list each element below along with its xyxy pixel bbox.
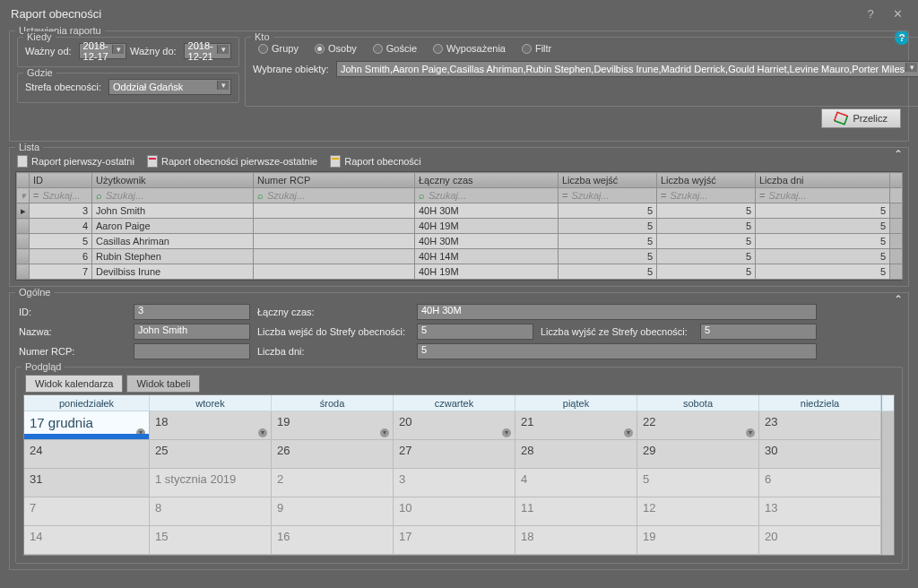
filter-user[interactable]: ⌕Szukaj... <box>92 188 254 203</box>
chevron-down-icon[interactable]: ▾ <box>624 428 633 437</box>
valid-to-input[interactable]: 2018-12-21 <box>184 43 231 59</box>
radio-wyposazenia[interactable]: Wyposażenia <box>433 43 506 54</box>
calendar-scrollbar[interactable] <box>881 395 894 411</box>
report-presence-first-last[interactable]: Raport obecności pierwsze-ostatnie <box>147 155 317 168</box>
calendar-scrollbar[interactable] <box>881 440 894 469</box>
table-row[interactable]: 6Rubin Stephen40H 14M555 <box>17 249 903 264</box>
calendar-day[interactable]: 20 <box>759 526 881 555</box>
calendar-day[interactable]: 1 stycznia 2019 <box>150 469 272 497</box>
filter-in[interactable]: =Szukaj... <box>559 188 657 203</box>
help-button[interactable]: ? <box>857 7 884 21</box>
close-button[interactable]: ✕ <box>884 7 911 21</box>
calendar-day[interactable]: 16 <box>272 526 394 555</box>
calendar-scrollbar[interactable] <box>881 497 894 526</box>
calendar-day[interactable]: 17 grudnia▾ <box>24 411 150 440</box>
calendar-day[interactable]: 22▾ <box>637 411 759 440</box>
calendar-day[interactable]: 18▾ <box>150 411 272 440</box>
zone-select[interactable]: Oddział Gdańsk <box>108 79 231 95</box>
calendar-day[interactable]: 23 <box>759 411 881 440</box>
filter-days[interactable]: =Szukaj... <box>756 188 890 203</box>
row-indicator: ▸ <box>17 203 30 219</box>
calendar-day[interactable]: 2 <box>272 469 394 497</box>
cell-in: 5 <box>559 264 657 280</box>
general-collapse-icon[interactable]: ⌃ <box>894 293 903 306</box>
tab-table-view[interactable]: Widok tabeli <box>126 375 200 393</box>
calendar-scrollbar[interactable] <box>881 526 894 555</box>
calendar-day[interactable]: 30 <box>759 440 881 469</box>
col-in[interactable]: Liczba wejść <box>559 173 657 188</box>
tab-calendar-view[interactable]: Widok kalendarza <box>25 375 123 393</box>
calendar-day[interactable]: 19▾ <box>272 411 394 440</box>
calendar-day[interactable]: 18 <box>515 526 637 555</box>
cell-days: 5 <box>756 219 890 234</box>
calendar-day[interactable]: 3 <box>394 469 515 497</box>
chevron-down-icon[interactable]: ▾ <box>746 428 755 437</box>
calendar[interactable]: poniedziałekwtorekśrodaczwartekpiąteksob… <box>23 394 895 556</box>
calendar-day[interactable]: 31 <box>24 469 150 497</box>
cell-user: Rubin Stephen <box>92 249 254 264</box>
radio-osoby[interactable]: Osoby <box>315 43 357 54</box>
calendar-day[interactable]: 24 <box>24 440 150 469</box>
radio-grupy[interactable]: Grupy <box>258 43 299 54</box>
grid-filter-row[interactable]: ▾ =Szukaj... ⌕Szukaj... ⌕Szukaj... ⌕Szuk… <box>17 188 903 203</box>
calendar-day[interactable]: 28 <box>515 440 637 469</box>
selected-objects-input[interactable]: John Smith,Aaron Paige,Casillas Ahriman,… <box>336 61 918 77</box>
report-first-last[interactable]: Raport pierwszy-ostatni <box>17 155 134 168</box>
chevron-down-icon[interactable]: ▾ <box>136 428 145 437</box>
filter-op-cell[interactable]: ▾ <box>17 188 30 203</box>
table-row[interactable]: ▸3John Smith40H 30M555 <box>17 203 903 219</box>
calendar-day[interactable]: 6 <box>759 469 881 497</box>
cell-days: 5 <box>756 234 890 249</box>
filter-rcp[interactable]: ⌕Szukaj... <box>254 188 415 203</box>
list-collapse-icon[interactable]: ⌃ <box>894 148 903 160</box>
calendar-day[interactable]: 26 <box>272 440 394 469</box>
calendar-day[interactable]: 25 <box>150 440 272 469</box>
calendar-day[interactable]: 9 <box>272 497 394 526</box>
table-row[interactable]: 7Devilbiss Irune40H 19M555 <box>17 264 903 280</box>
cell-time: 40H 19M <box>415 264 559 280</box>
calendar-day[interactable]: 27 <box>394 440 515 469</box>
col-rcp[interactable]: Numer RCP <box>254 173 415 188</box>
list-grid[interactable]: ID Użytkownik Numer RCP Łączny czas Licz… <box>15 171 903 281</box>
table-row[interactable]: 5Casillas Ahriman40H 30M555 <box>17 234 903 249</box>
calendar-day[interactable]: 11 <box>515 497 637 526</box>
radio-goscie[interactable]: Goście <box>373 43 417 54</box>
report-presence[interactable]: Raport obecności <box>330 155 421 168</box>
calendar-day[interactable]: 12 <box>637 497 759 526</box>
col-out[interactable]: Liczba wyjść <box>657 173 756 188</box>
calendar-day[interactable]: 4 <box>515 469 637 497</box>
grid-scrollbar[interactable] <box>890 173 903 188</box>
gen-in-label: Liczba wejść do Strefy obecności: <box>257 326 406 337</box>
calendar-scrollbar[interactable] <box>881 469 894 497</box>
filter-out[interactable]: =Szukaj... <box>657 188 756 203</box>
calendar-day[interactable]: 29 <box>637 440 759 469</box>
calendar-scrollbar[interactable] <box>881 411 894 440</box>
filter-time[interactable]: ⌕Szukaj... <box>415 188 559 203</box>
col-user[interactable]: Użytkownik <box>92 173 254 188</box>
calendar-day[interactable]: 7 <box>24 497 150 526</box>
calendar-day[interactable]: 15 <box>150 526 272 555</box>
filter-id[interactable]: =Szukaj... <box>30 188 92 203</box>
recalculate-button[interactable]: Przelicz <box>821 108 901 128</box>
cell-days: 5 <box>756 249 890 264</box>
col-days[interactable]: Liczba dni <box>756 173 890 188</box>
calendar-day[interactable]: 5 <box>637 469 759 497</box>
chevron-down-icon[interactable]: ▾ <box>502 428 511 437</box>
calendar-day[interactable]: 20▾ <box>394 411 515 440</box>
calendar-day[interactable]: 19 <box>637 526 759 555</box>
col-id[interactable]: ID <box>30 173 92 188</box>
chevron-down-icon[interactable]: ▾ <box>258 428 267 437</box>
calendar-day[interactable]: 8 <box>150 497 272 526</box>
calendar-day[interactable]: 10 <box>394 497 515 526</box>
calendar-dow: poniedziałek <box>24 395 150 411</box>
col-time[interactable]: Łączny czas <box>415 173 559 188</box>
radio-filtr[interactable]: Filtr <box>522 43 551 54</box>
table-row[interactable]: 4Aaron Paige40H 19M555 <box>17 219 903 234</box>
chevron-down-icon[interactable]: ▾ <box>380 428 389 437</box>
valid-from-input[interactable]: 2018-12-17 <box>79 43 126 59</box>
calendar-day[interactable]: 14 <box>24 526 150 555</box>
calendar-day[interactable]: 21▾ <box>515 411 637 440</box>
grid-header[interactable]: ID Użytkownik Numer RCP Łączny czas Licz… <box>17 173 903 203</box>
calendar-day[interactable]: 17 <box>394 526 515 555</box>
calendar-day[interactable]: 13 <box>759 497 881 526</box>
